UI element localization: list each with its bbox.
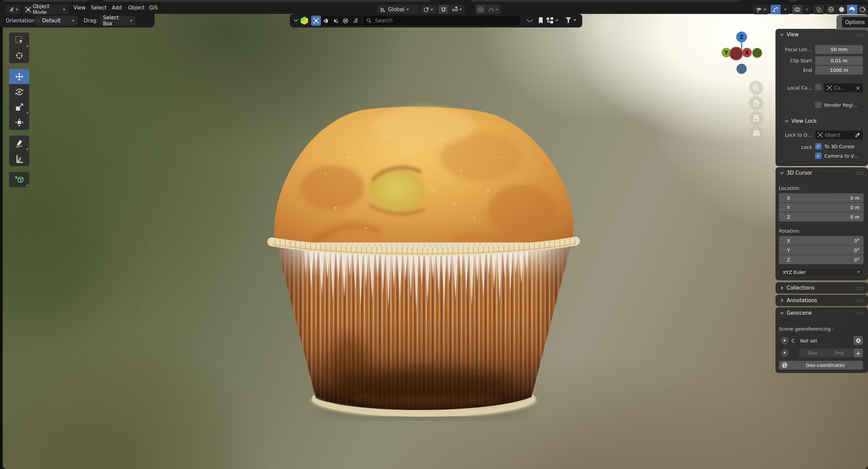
filter-dropdown[interactable] (565, 17, 576, 24)
navigation-gizmo[interactable]: Z Y X (718, 28, 769, 77)
snap-toggle[interactable] (438, 5, 448, 14)
local-camera-checkbox[interactable] (815, 84, 822, 90)
object-data-icon (818, 133, 823, 137)
xray-toggle[interactable] (813, 5, 824, 14)
drag-dropdown[interactable]: Select Box (100, 16, 136, 25)
search-field[interactable] (363, 16, 520, 25)
gizmo-axis-z-neg[interactable] (736, 64, 747, 74)
shading-material-button[interactable] (847, 5, 857, 14)
geo-coordinates-button[interactable]: Geo-coordinates (779, 361, 863, 370)
geo-radio[interactable] (781, 349, 788, 356)
mode-selector[interactable]: Object Mode (23, 5, 68, 14)
menu-view[interactable]: View (72, 2, 88, 14)
eyedropper-icon[interactable] (855, 132, 860, 138)
proportional-falloff-dropdown[interactable] (486, 5, 501, 14)
pan-button[interactable] (749, 96, 763, 110)
tool-add-cube[interactable] (9, 172, 29, 187)
display-mode-dropdown[interactable] (546, 17, 558, 24)
viewport-3d[interactable]: Z Y X (3, 14, 868, 469)
orientation-dropdown[interactable]: Default (35, 16, 78, 25)
transform-orientation-dropdown[interactable]: Global (377, 5, 419, 14)
axis-value: 0° (854, 257, 860, 262)
editor-type-button[interactable] (6, 5, 21, 14)
panel-drag-grip[interactable] (856, 299, 864, 302)
tool-cursor[interactable] (9, 48, 29, 63)
menu-add[interactable]: Add (110, 2, 124, 14)
tab-physics[interactable] (331, 16, 341, 26)
shading-wireframe-button[interactable] (826, 5, 836, 14)
crs-settings-button[interactable] (853, 336, 863, 345)
cursor-location-z-field[interactable]: Z 0 m (779, 212, 864, 221)
local-camera-field[interactable]: Ca… × (824, 83, 863, 92)
tool-measure[interactable] (9, 151, 29, 166)
panel-annotations-header[interactable]: Annotations (775, 295, 868, 306)
panel-annotations: Annotations (775, 295, 868, 306)
tab-world[interactable] (341, 16, 350, 26)
gizmo-axis-y-neg[interactable] (752, 48, 762, 58)
cursor-location-y-field[interactable]: Y 0 m (779, 203, 864, 212)
gizmo-dropdown[interactable] (781, 5, 790, 14)
visibility-dropdown[interactable] (753, 5, 769, 14)
crs-radio[interactable] (781, 337, 788, 344)
camera-view-button[interactable] (749, 111, 763, 125)
tool-transform[interactable] (9, 115, 29, 130)
menu-select[interactable]: Select (89, 2, 108, 14)
tool-select-box[interactable] (9, 33, 29, 48)
panel-3d-cursor-header[interactable]: 3D Cursor (775, 167, 868, 179)
show-gizmo-toggle[interactable] (770, 5, 781, 14)
zoom-button[interactable] (749, 81, 763, 95)
tab-material[interactable] (321, 16, 331, 26)
cursor-location-x-field[interactable]: X 0 m (779, 193, 864, 202)
overlays-dropdown[interactable] (803, 5, 811, 14)
muffin-object[interactable] (264, 89, 583, 421)
search-input[interactable] (375, 17, 505, 24)
perspective-toggle-button[interactable] (749, 126, 763, 140)
show-overlays-toggle[interactable] (792, 5, 802, 14)
lock-to-object-field[interactable]: Object (815, 131, 863, 139)
cursor-rotation-y-field[interactable]: Y 0° (779, 246, 864, 255)
pivot-point-dropdown[interactable] (421, 5, 437, 14)
camera-to-view-checkbox[interactable]: ✓ (815, 153, 822, 159)
add-crs-button[interactable]: + (853, 349, 863, 357)
panel-view-header[interactable]: View (775, 29, 868, 40)
cursor-rotation-z-field[interactable]: Z 0° (779, 255, 864, 264)
panel-drag-grip[interactable] (856, 172, 864, 175)
tool-annotate[interactable] (9, 136, 29, 151)
chevron-down-icon[interactable] (293, 18, 299, 22)
focal-length-field[interactable]: 50 mm (815, 45, 863, 54)
tool-rotate[interactable] (9, 84, 29, 99)
clip-start-value: 0.01 m (831, 58, 847, 63)
collapse-chevron-icon[interactable] (526, 19, 533, 23)
proj-button[interactable]: Proj (826, 349, 853, 357)
proportional-editing-toggle[interactable] (476, 5, 485, 14)
cursor-rotation-x-field[interactable]: X 0° (779, 236, 864, 245)
tab-object[interactable] (311, 16, 321, 26)
render-region-checkbox[interactable] (815, 102, 822, 108)
clear-icon[interactable]: × (856, 85, 860, 91)
gizmo-axis-x-neg[interactable] (730, 47, 743, 60)
menu-gis[interactable]: GIS (147, 2, 160, 14)
geo-button[interactable]: Geo (799, 349, 826, 357)
shading-solid-button[interactable] (836, 5, 847, 14)
options-button[interactable]: Options (842, 17, 868, 27)
bookmark-icon[interactable] (538, 17, 543, 24)
axis-value: 0 m (850, 205, 860, 210)
panel-drag-grip[interactable] (856, 33, 864, 36)
rotation-mode-dropdown[interactable]: XYZ Euler (779, 268, 864, 277)
clip-start-field[interactable]: 0.01 m (815, 56, 863, 65)
clip-end-field[interactable]: 1000 m (815, 66, 863, 75)
view-lock-header[interactable]: View Lock (780, 115, 817, 127)
axis-label: X (787, 238, 790, 243)
tool-scale[interactable] (9, 99, 29, 115)
tool-move[interactable] (9, 69, 29, 84)
lock-to-3d-cursor-checkbox[interactable]: ✓ (815, 143, 822, 150)
snap-target-dropdown[interactable] (449, 5, 465, 14)
shading-rendered-button[interactable] (857, 5, 868, 14)
panel-drag-grip[interactable] (856, 287, 864, 290)
tab-tool[interactable] (350, 16, 360, 26)
panel-drag-grip[interactable] (856, 312, 864, 315)
panel-geoscene-header[interactable]: Geoscene (775, 307, 868, 319)
material-preview-ball-icon[interactable] (301, 17, 308, 25)
panel-collections-header[interactable]: Collections (775, 282, 868, 294)
menu-object[interactable]: Object (126, 2, 147, 14)
